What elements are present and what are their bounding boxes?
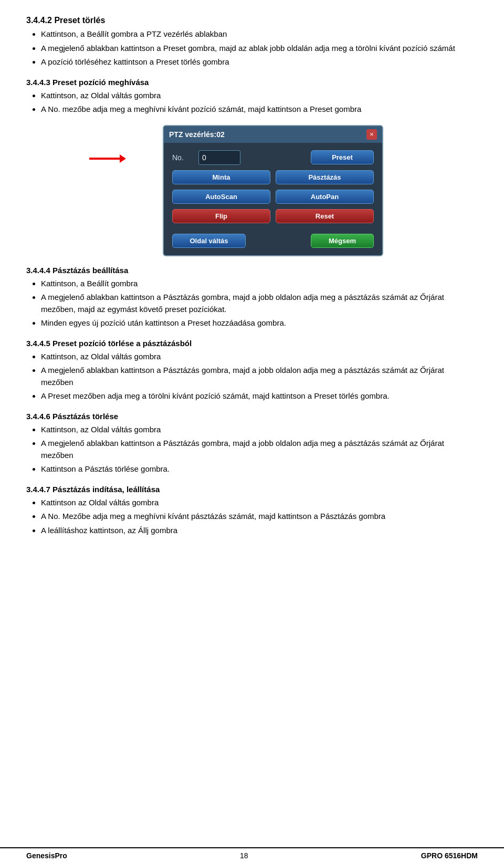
ptz-autoscan-button[interactable]: AutoScan <box>172 190 270 204</box>
ptz-no-input[interactable] <box>198 150 240 165</box>
footer-page-number: 18 <box>240 851 248 860</box>
bullets-3444: Kattintson, a Beállít gombra A megjelenő… <box>41 278 478 329</box>
bullet-3443-2: A No. mezőbe adja meg a meghívni kívánt … <box>41 103 478 116</box>
bullets-3446: Kattintson, az Oldal váltás gombra A meg… <box>41 424 478 475</box>
ptz-flip-button[interactable]: Flip <box>172 209 270 223</box>
page-content: 3.4.4.2 Preset törlés Kattintson, a Beál… <box>26 16 478 572</box>
heading-3445: 3.4.4.5 Preset pozíció törlése a pásztáz… <box>26 339 478 348</box>
heading-3442: 3.4.4.2 Preset törlés <box>26 16 478 25</box>
section-3447: 3.4.4.7 Pásztázás indítása, leállítása K… <box>26 485 478 537</box>
ptz-autopan-button[interactable]: AutoPan <box>276 190 374 204</box>
ptz-row-3: AutoScan AutoPan <box>172 190 374 204</box>
bullet-3445-2: A megjelenő ablakban kattintson a Pásztá… <box>41 365 478 388</box>
bullet-3445-3: A Preset mezőben adja meg a törölni kívá… <box>41 390 478 402</box>
section-3443: 3.4.4.3 Preset pozíció meghívása Kattint… <box>26 78 478 116</box>
heading-3446: 3.4.4.6 Pásztázás törlése <box>26 412 478 421</box>
red-arrow-icon <box>89 152 126 165</box>
page-footer: GenesisPro 18 GPRO 6516HDM <box>0 847 504 863</box>
bullet-3445-1: Kattintson, az Oldal váltás gombra <box>41 351 478 363</box>
ptz-no-row: No. Preset <box>172 150 374 165</box>
bullet-3444-2: A megjelenő ablakban kattintson a Pásztá… <box>41 292 478 315</box>
section-3445: 3.4.4.5 Preset pozíció törlése a pásztáz… <box>26 339 478 402</box>
bullets-3445: Kattintson, az Oldal váltás gombra A meg… <box>41 351 478 402</box>
section-3442: 3.4.4.2 Preset törlés Kattintson, a Beál… <box>26 16 478 68</box>
bullet-3447-1: Kattintson az Oldal váltás gombra <box>41 497 478 509</box>
bullet-3447-2: A No. Mezőbe adja meg a meghívni kívánt … <box>41 511 478 523</box>
ptz-megsem-button[interactable]: Mégsem <box>311 234 374 248</box>
ptz-row-2: Minta Pásztázás <box>172 170 374 184</box>
bullet-3446-2: A megjelenő ablakban kattintson a Pásztá… <box>41 438 478 461</box>
ptz-oldal-button[interactable]: Oldal váltás <box>172 234 246 248</box>
ptz-body: No. Preset Minta Pásztázás AutoScan Auto… <box>164 143 382 232</box>
heading-3444: 3.4.4.4 Pásztázás beállítása <box>26 266 478 275</box>
svg-marker-1 <box>120 154 126 163</box>
footer-model: GPRO 6516HDM <box>421 851 478 860</box>
ptz-reset-button[interactable]: Reset <box>276 209 374 223</box>
bullets-3442: Kattintson, a Beállít gombra a PTZ vezér… <box>41 28 478 68</box>
ptz-dialog: PTZ vezérlés:02 × No. Preset Minta Pászt… <box>163 125 383 256</box>
bullets-3447: Kattintson az Oldal váltás gombra A No. … <box>41 497 478 537</box>
bullets-3443: Kattintson, az Oldal váltás gombra A No.… <box>41 90 478 116</box>
ptz-pasztazas-button[interactable]: Pásztázás <box>276 170 374 184</box>
bullet-3447-3: A leállításhoz kattintson, az Állj gombr… <box>41 525 478 537</box>
bullet-3442-3: A pozíció törléséhez kattintson a Preset… <box>41 56 478 68</box>
ptz-bottom-row: Oldal váltás Mégsem <box>164 234 382 248</box>
ptz-preset-button[interactable]: Preset <box>311 150 374 164</box>
ptz-no-label: No. <box>172 153 198 162</box>
ptz-dialog-container: PTZ vezérlés:02 × No. Preset Minta Pászt… <box>68 125 478 256</box>
ptz-row-4: Flip Reset <box>172 209 374 223</box>
ptz-close-button[interactable]: × <box>366 129 377 140</box>
section-3446: 3.4.4.6 Pásztázás törlése Kattintson, az… <box>26 412 478 475</box>
bullet-3443-1: Kattintson, az Oldal váltás gombra <box>41 90 478 102</box>
bullet-3446-1: Kattintson, az Oldal váltás gombra <box>41 424 478 436</box>
ptz-title-bar: PTZ vezérlés:02 × <box>164 126 382 143</box>
heading-3447: 3.4.4.7 Pásztázás indítása, leállítása <box>26 485 478 494</box>
ptz-title: PTZ vezérlés:02 <box>169 130 225 139</box>
bullet-3444-1: Kattintson, a Beállít gombra <box>41 278 478 290</box>
bullet-3442-2: A megjelenő ablakban kattintson a Preset… <box>41 43 478 55</box>
bullet-3444-3: Minden egyes új pozíció után kattintson … <box>41 317 478 329</box>
bullet-3442-1: Kattintson, a Beállít gombra a PTZ vezér… <box>41 28 478 40</box>
ptz-minta-button[interactable]: Minta <box>172 170 270 184</box>
bullet-3446-3: Kattintson a Pásztás törlése gombra. <box>41 463 478 475</box>
section-3444: 3.4.4.4 Pásztázás beállítása Kattintson,… <box>26 266 478 329</box>
footer-brand: GenesisPro <box>26 851 67 860</box>
heading-3443: 3.4.4.3 Preset pozíció meghívása <box>26 78 478 87</box>
